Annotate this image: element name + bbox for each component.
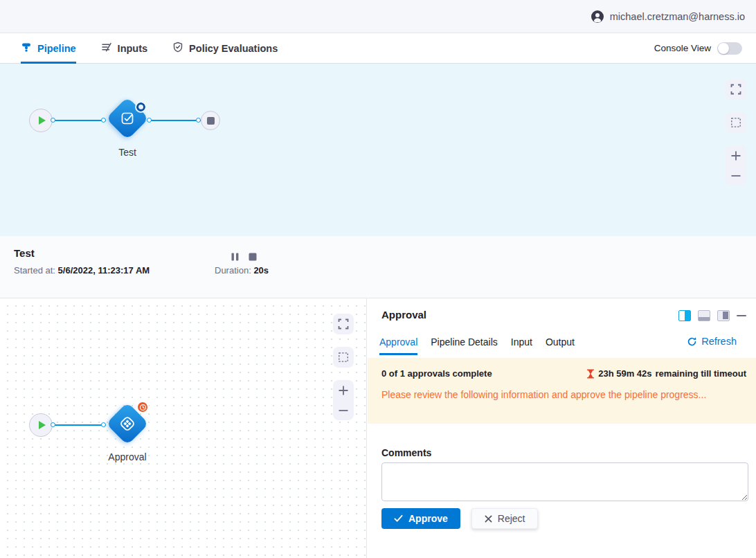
pause-icon xyxy=(231,253,239,261)
connector-dot xyxy=(51,118,55,123)
comments-label: Comments xyxy=(381,447,431,458)
step-graph-fullscreen-button[interactable] xyxy=(333,314,354,334)
comments-input[interactable] xyxy=(381,462,748,501)
zoom-in-button[interactable] xyxy=(726,146,746,165)
stage-connector-right xyxy=(149,120,201,121)
play-icon xyxy=(39,421,46,429)
connector-dot xyxy=(147,118,152,123)
minimize-panel-icon[interactable] xyxy=(737,315,746,316)
tab-pipeline[interactable]: Pipeline xyxy=(21,33,76,64)
stop-icon xyxy=(207,117,215,125)
hourglass-icon xyxy=(586,369,595,379)
plus-icon xyxy=(730,150,741,161)
check-square-icon xyxy=(120,111,135,126)
connector-dot xyxy=(51,422,55,427)
marquee-select-icon xyxy=(338,352,349,363)
main-tab-bar: Pipeline Inputs Policy Evaluations xyxy=(0,33,756,64)
duration-label: Duration: xyxy=(215,265,251,276)
step-start-node[interactable] xyxy=(29,413,53,437)
right-view-icon[interactable] xyxy=(717,310,730,321)
pause-execution-button[interactable] xyxy=(231,251,239,264)
approve-button[interactable]: Approve xyxy=(381,508,460,529)
stage-graph-fullscreen-button[interactable] xyxy=(726,79,746,100)
tab-inputs-label: Inputs xyxy=(118,43,148,54)
plus-icon xyxy=(338,385,349,396)
bottom-view-icon[interactable] xyxy=(698,310,710,321)
execution-info-bar: Test Started at: 5/6/2022, 11:23:17 AM D… xyxy=(0,236,756,298)
stage-start-node[interactable] xyxy=(29,109,53,132)
step-graph-select-button[interactable] xyxy=(333,347,354,368)
step-graph-canvas[interactable]: Approval xyxy=(0,298,367,558)
approvals-progress-text: 0 of 1 approvals complete xyxy=(381,368,492,379)
zoom-out-button[interactable] xyxy=(333,401,354,420)
marquee-select-icon xyxy=(730,117,741,128)
running-ring-badge xyxy=(136,102,145,111)
step-connector xyxy=(53,424,106,426)
refresh-icon xyxy=(687,336,697,347)
user-email[interactable]: michael.cretzman@harness.io xyxy=(610,11,745,22)
tab-pipeline-label: Pipeline xyxy=(37,43,76,54)
panel-tabs: Approval Pipeline Details Input Output xyxy=(379,334,575,357)
connector-dot xyxy=(101,422,106,427)
started-at-label: Started at: xyxy=(14,265,55,276)
tab-policy-evaluations-label: Policy Evaluations xyxy=(189,43,278,54)
started-at-value: 5/6/2022, 11:23:17 AM xyxy=(58,265,150,276)
step-graph-zoom-controls xyxy=(333,380,354,420)
panel-tab-pipeline-details[interactable]: Pipeline Details xyxy=(431,336,498,355)
panel-tab-input[interactable]: Input xyxy=(511,336,532,355)
approval-timeout-banner: 0 of 1 approvals complete 23h 59m 42s re… xyxy=(368,358,756,424)
duration-value: 20s xyxy=(253,265,269,276)
toggle-knob xyxy=(718,43,729,54)
pipeline-execution-page: michael.cretzman@harness.io Pipeline xyxy=(0,0,756,558)
connector-dot xyxy=(101,118,106,123)
console-view-toggle[interactable] xyxy=(717,42,742,55)
policy-shield-icon xyxy=(172,42,183,55)
timeout-suffix: remaining till timeout xyxy=(656,368,746,379)
inputs-icon xyxy=(101,42,112,55)
check-icon xyxy=(394,514,403,523)
execution-controls xyxy=(231,251,257,264)
approve-button-label: Approve xyxy=(408,513,448,524)
zoom-in-button[interactable] xyxy=(333,381,354,400)
split-view-icon[interactable] xyxy=(678,310,691,321)
stage-connector-left xyxy=(53,120,106,121)
timeout-countdown: 23h 59m 42s remaining till timeout xyxy=(586,368,746,379)
timeout-value: 23h 59m 42s xyxy=(598,368,651,379)
fullscreen-icon xyxy=(338,318,349,330)
tab-inputs[interactable]: Inputs xyxy=(101,33,148,64)
waiting-clock-badge xyxy=(136,401,149,413)
stop-execution-button[interactable] xyxy=(249,251,257,264)
fullscreen-icon xyxy=(730,84,741,95)
stage-graph-select-button[interactable] xyxy=(726,112,746,133)
started-at-row: Started at: 5/6/2022, 11:23:17 AM xyxy=(14,265,150,276)
refresh-label: Refresh xyxy=(701,336,737,347)
panel-tab-approval[interactable]: Approval xyxy=(379,336,417,355)
tab-policy-evaluations[interactable]: Policy Evaluations xyxy=(172,33,278,64)
stage-end-node[interactable] xyxy=(201,111,220,130)
console-view-label: Console View xyxy=(654,43,711,53)
panel-title: Approval xyxy=(381,309,426,321)
play-icon xyxy=(39,116,46,125)
reject-button[interactable]: Reject xyxy=(471,508,539,529)
approval-actions: Approve Reject xyxy=(381,508,538,529)
panel-layout-controls xyxy=(678,310,746,321)
stop-icon xyxy=(249,253,257,261)
top-bar: michael.cretzman@harness.io xyxy=(0,0,756,33)
user-avatar-icon[interactable] xyxy=(591,10,604,24)
connector-dot xyxy=(196,118,201,123)
stage-graph-canvas[interactable]: Test xyxy=(0,64,756,236)
stage-graph-zoom-controls xyxy=(726,145,746,186)
x-icon xyxy=(485,515,492,523)
banner-status-row: 0 of 1 approvals complete 23h 59m 42s re… xyxy=(381,368,746,379)
execution-stage-title: Test xyxy=(14,247,35,259)
minus-icon xyxy=(338,405,349,416)
zoom-out-button[interactable] xyxy=(726,166,746,186)
refresh-button[interactable]: Refresh xyxy=(687,336,737,347)
step-details-panel: Approval Approval Pipeline Details Input… xyxy=(368,298,756,558)
duration-row: Duration: 20s xyxy=(215,265,269,276)
step-node-label: Approval xyxy=(100,451,155,462)
panel-tab-output[interactable]: Output xyxy=(546,336,575,355)
approval-diamonds-icon xyxy=(118,415,136,433)
reject-button-label: Reject xyxy=(498,513,525,524)
pipeline-icon xyxy=(21,42,32,55)
